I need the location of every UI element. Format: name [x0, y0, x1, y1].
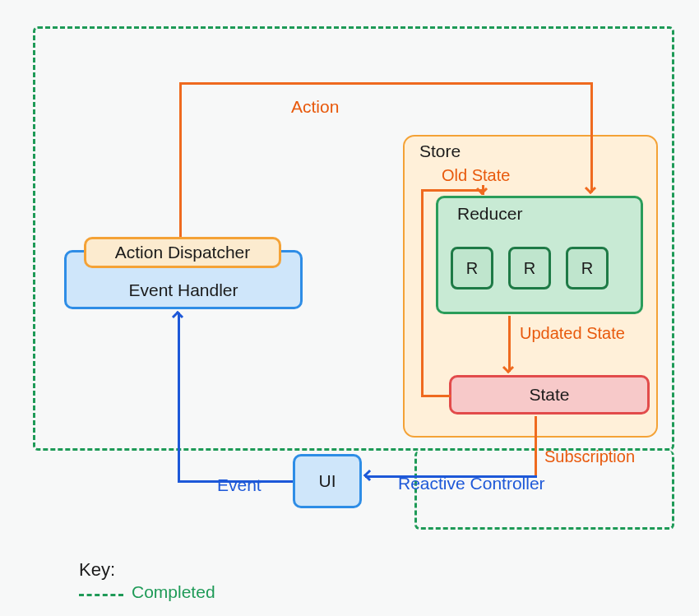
store-label: Store	[419, 141, 461, 161]
reducer-inner-row: R R R	[451, 247, 609, 289]
oldstate-arrow-seg1	[421, 189, 424, 395]
subscription-arrow	[535, 416, 537, 475]
old-state-label: Old State	[442, 166, 510, 185]
reducer-r-2: R	[508, 247, 551, 289]
reactive-arrow-head	[363, 470, 375, 481]
action-arrow-seg2	[179, 82, 592, 85]
action-dispatcher-box: Action Dispatcher	[84, 237, 281, 268]
action-arrow-seg3	[590, 82, 593, 192]
event-arrow-seg1	[178, 480, 293, 483]
key-completed-label: Completed	[132, 582, 215, 602]
state-label: State	[529, 385, 569, 405]
updated-state-label: Updated State	[520, 324, 625, 343]
ui-label: UI	[319, 471, 336, 491]
reducer-r-3: R	[566, 247, 609, 289]
action-arrow-seg1	[179, 82, 182, 237]
event-handler-label: Event Handler	[128, 280, 238, 300]
oldstate-arrow-seg1b	[421, 395, 451, 397]
ui-box: UI	[293, 454, 362, 508]
event-arrow-seg2	[178, 313, 180, 483]
reactive-arrow	[365, 475, 537, 478]
event-label: Event	[217, 475, 262, 495]
action-label: Action	[291, 97, 339, 117]
state-box: State	[449, 375, 650, 415]
action-dispatcher-label: Action Dispatcher	[115, 243, 251, 262]
subscription-label: Subscription	[544, 447, 635, 466]
key-completed-line	[79, 594, 123, 596]
reducer-label: Reducer	[457, 204, 522, 224]
oldstate-arrow-seg2	[421, 189, 484, 192]
reducer-r-1: R	[451, 247, 493, 289]
key-title: Key:	[79, 559, 115, 581]
diagram-canvas: Store Old State Reducer R R R Updated St…	[0, 0, 699, 616]
